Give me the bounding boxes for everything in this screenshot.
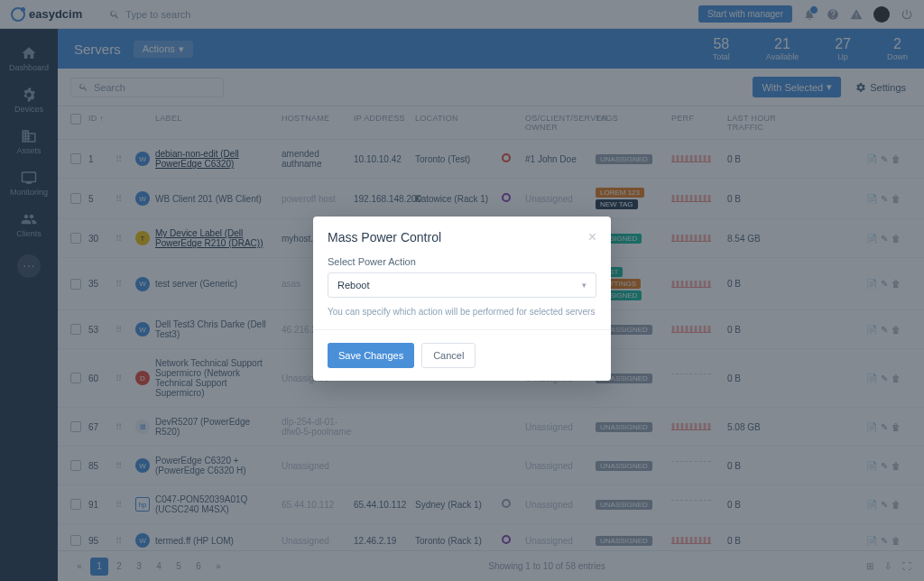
mass-power-modal: Mass Power Control × Select Power Action… bbox=[313, 217, 611, 381]
modal-body: Select Power Action Reboot ▾ You can spe… bbox=[313, 256, 611, 330]
close-icon[interactable]: × bbox=[588, 229, 596, 245]
modal-footer: Save Changes Cancel bbox=[313, 330, 611, 381]
power-action-label: Select Power Action bbox=[328, 256, 596, 267]
modal-overlay[interactable]: Mass Power Control × Select Power Action… bbox=[0, 0, 924, 581]
cancel-button[interactable]: Cancel bbox=[421, 343, 476, 368]
select-value: Reboot bbox=[337, 280, 369, 290]
power-action-select[interactable]: Reboot ▾ bbox=[328, 272, 596, 298]
modal-header: Mass Power Control × bbox=[313, 217, 611, 256]
chevron-down-icon: ▾ bbox=[582, 281, 587, 290]
save-button[interactable]: Save Changes bbox=[328, 343, 414, 368]
modal-title: Mass Power Control bbox=[328, 230, 441, 244]
help-text: You can specify which action will be per… bbox=[328, 307, 596, 317]
